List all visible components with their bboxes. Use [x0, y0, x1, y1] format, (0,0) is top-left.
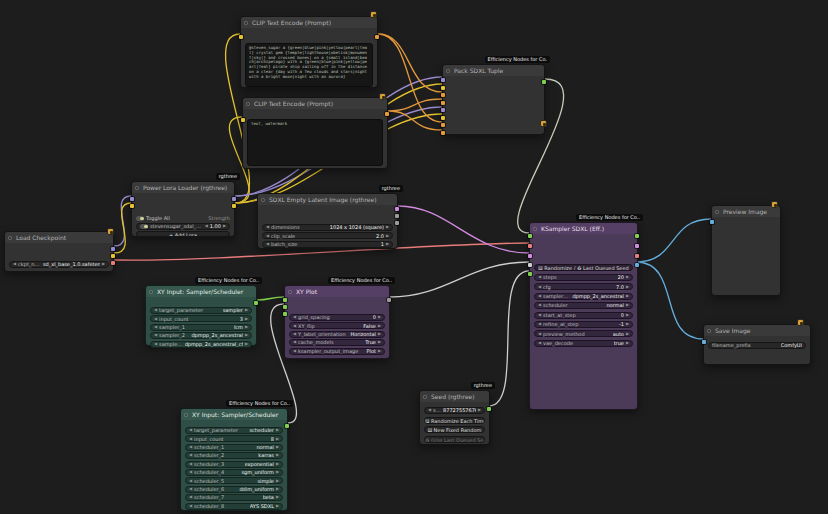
widget-preview_method[interactable]: ◀preview_methodauto▶	[534, 330, 633, 337]
increment-arrow-icon[interactable]: ▶	[378, 331, 381, 338]
input-slot-base_negative[interactable]	[441, 101, 445, 105]
output-slot-LATENT[interactable]	[635, 244, 639, 248]
increment-arrow-icon[interactable]: ▶	[245, 341, 248, 348]
widget-ckpt_name[interactable]: ◀ckpt_namesd_xl_base_1.0.safetensors▶	[9, 261, 109, 268]
widget-value[interactable]: 877275576762277	[443, 407, 476, 414]
increment-arrow-icon[interactable]: ▶	[276, 478, 279, 485]
decrement-arrow-icon[interactable]: ◀	[189, 486, 192, 493]
widget-scheduler_1[interactable]: ◀scheduler_1normal▶	[185, 444, 283, 451]
increment-arrow-icon[interactable]: ▶	[626, 331, 629, 338]
input-slot-refiner_clip[interactable]	[441, 116, 445, 120]
input-slot-refiner_negative[interactable]	[441, 131, 445, 135]
input-slot-latent_image[interactable]	[528, 254, 532, 258]
decrement-arrow-icon[interactable]: ◀	[189, 427, 192, 434]
widget-value[interactable]: 0	[621, 312, 624, 319]
increment-arrow-icon[interactable]: ▶	[386, 233, 389, 240]
widget-value[interactable]: lcm	[234, 324, 243, 331]
widget-value[interactable]: 0	[373, 314, 376, 321]
collapse-icon[interactable]	[149, 290, 153, 294]
increment-arrow-icon[interactable]: ▶	[386, 241, 389, 248]
decrement-arrow-icon[interactable]: ◀	[189, 436, 192, 443]
output-slot-conditioning[interactable]	[385, 112, 389, 116]
widget-button[interactable]: ⚄ Randomize Each Time	[424, 417, 485, 424]
widget-value[interactable]: 2.0	[376, 233, 384, 240]
widget-Y_label_orientation[interactable]: ◀Y_label_orientationHorizontal▶	[289, 331, 385, 338]
increment-arrow-icon[interactable]: ▶	[378, 348, 381, 355]
decrement-arrow-icon[interactable]: ◀	[189, 469, 192, 476]
node-title-bar[interactable]: CLIP Text Encode (Prompt)	[241, 17, 377, 28]
increment-arrow-icon[interactable]: ▶	[276, 503, 279, 510]
widget-scheduler_2[interactable]: ◀scheduler_2karras▶	[185, 452, 283, 459]
collapse-icon[interactable]	[246, 102, 250, 106]
decrement-arrow-icon[interactable]: ◀	[189, 461, 192, 468]
increment-arrow-icon[interactable]: ▶	[102, 261, 105, 268]
widget-dimensions[interactable]: ◀dimensions1024 x 1024 (square)▶	[262, 224, 393, 231]
decrement-arrow-icon[interactable]: ◀	[154, 316, 157, 323]
node-title-bar[interactable]: Seed (rgthree)	[420, 391, 489, 402]
widget-sampler_1[interactable]: ◀sampler_1lcm▶	[150, 324, 252, 331]
input-slot-refiner_model[interactable]	[441, 108, 445, 112]
widget-value[interactable]: 3	[240, 316, 243, 323]
widget-scheduler_6[interactable]: ◀scheduler_6ddim_uniform▶	[185, 486, 283, 493]
decrement-arrow-icon[interactable]: ◀	[538, 274, 541, 281]
input-slot-X[interactable]	[283, 305, 287, 309]
node-title-bar[interactable]: CLIP Text Encode (Prompt)	[243, 98, 387, 109]
decrement-arrow-icon[interactable]: ◀	[189, 494, 192, 501]
increment-arrow-icon[interactable]: ▶	[478, 407, 481, 414]
widget-value[interactable]: scheduler	[249, 427, 273, 434]
increment-arrow-icon[interactable]: ▶	[276, 486, 279, 493]
widget-input_count[interactable]: ◀input_count3▶	[150, 315, 252, 322]
widget-refine_at_step[interactable]: ◀refine_at_step-1▶	[534, 321, 633, 328]
decrement-arrow-icon[interactable]: ◀	[428, 407, 431, 414]
prompt-textarea[interactable]: @steven_sugar a {green|blue|pink|yellow|…	[245, 43, 373, 87]
increment-arrow-icon[interactable]: ▶	[378, 339, 381, 346]
input-slot-base_positive[interactable]	[441, 93, 445, 97]
widget-target_parameter[interactable]: ◀target_parametersampler▶	[150, 307, 252, 314]
increment-arrow-icon[interactable]: ▶	[626, 302, 629, 309]
node-clip-text-encode-positive[interactable]: CLIP Text Encode (Prompt)@steven_sugar a…	[240, 16, 378, 88]
node-save-image[interactable]: Save Imagefilename_prefixComfyUI	[703, 324, 811, 365]
output-slot-SDXL_TUPLE[interactable]	[542, 80, 546, 84]
widget-value[interactable]: -1	[619, 321, 624, 328]
output-slot-MODEL[interactable]	[232, 197, 236, 201]
widget-value[interactable]: True	[365, 339, 376, 346]
node-title-bar[interactable]: Save Image	[704, 325, 810, 336]
collapse-icon[interactable]	[715, 210, 719, 214]
widget-value[interactable]: dpmpp_2s_ancestral_cfg_pp	[185, 341, 243, 348]
input-slot-base_model[interactable]	[441, 78, 445, 82]
collapse-icon[interactable]	[261, 198, 265, 202]
output-slot-CLIP[interactable]	[111, 254, 115, 258]
node-preview-image[interactable]: Preview Image	[711, 205, 781, 296]
widget-input_count[interactable]: ◀input_count8▶	[185, 435, 283, 442]
decrement-arrow-icon[interactable]: ◀	[189, 452, 192, 459]
widget-cache_models[interactable]: ◀cache_modelsTrue▶	[289, 339, 385, 346]
widget-value[interactable]: simple	[257, 478, 274, 485]
node-xy-plot[interactable]: XY PlotEfficiency Nodes for Co..◀grid_sp…	[284, 285, 390, 359]
increment-arrow-icon[interactable]: ▶	[276, 436, 279, 443]
strength-increment-icon[interactable]: ▶	[223, 223, 226, 230]
node-title-bar[interactable]: SDXL Empty Latent Image (rgthree)	[258, 194, 397, 205]
decrement-arrow-icon[interactable]: ◀	[538, 331, 541, 338]
input-slot-script[interactable]	[528, 263, 532, 267]
widget-batch_size[interactable]: ◀batch_size1▶	[262, 241, 393, 248]
widget-filename_prefix[interactable]: filename_prefixComfyUI	[708, 342, 806, 349]
node-title-bar[interactable]: XY Input: Sampler/Scheduler	[181, 409, 287, 420]
node-title-bar[interactable]: Pack SDXL Tuple	[443, 65, 544, 76]
increment-arrow-icon[interactable]: ▶	[245, 307, 248, 314]
output-slot-VAE[interactable]	[111, 261, 115, 265]
decrement-arrow-icon[interactable]: ◀	[293, 348, 296, 355]
widget-scheduler_5[interactable]: ◀scheduler_5simple▶	[185, 477, 283, 484]
input-slot-clip[interactable]	[241, 118, 245, 122]
decrement-arrow-icon[interactable]: ◀	[293, 339, 296, 346]
strength-decrement-icon[interactable]: ◀	[205, 223, 208, 230]
decrement-arrow-icon[interactable]: ◀	[266, 224, 269, 231]
increment-arrow-icon[interactable]: ▶	[626, 293, 629, 300]
input-slot-images[interactable]	[710, 220, 714, 224]
input-slot-base_clip[interactable]	[441, 86, 445, 90]
input-slot-dependencies[interactable]	[283, 298, 287, 302]
widget-value[interactable]: sd_xl_base_1.0.safetensors	[43, 261, 100, 268]
widget-value[interactable]: auto	[613, 331, 624, 338]
increment-arrow-icon[interactable]: ▶	[626, 340, 629, 347]
collapse-icon[interactable]	[135, 186, 139, 190]
node-title-bar[interactable]: KSampler SDXL (Eff.)	[530, 223, 637, 234]
